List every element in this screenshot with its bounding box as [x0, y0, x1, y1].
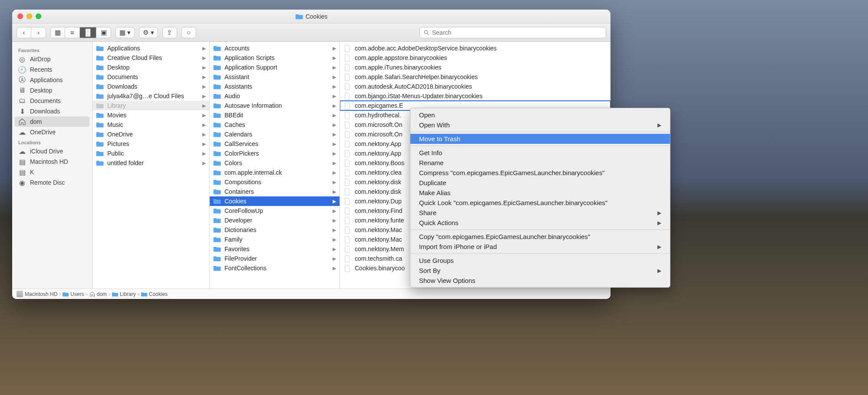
folder-item[interactable]: Movies▶: [92, 110, 209, 120]
menu-item[interactable]: Move to Trash: [410, 134, 670, 144]
folder-item[interactable]: OneDrive▶: [92, 129, 209, 139]
file-item[interactable]: com.apple.Safari.SearchHelper.binarycook…: [340, 72, 611, 82]
folder-item[interactable]: CallServices▶: [210, 139, 340, 149]
path-segment[interactable]: dom: [89, 291, 107, 297]
view-mode-group: ▦ ≡ ▐▌ ▣: [50, 27, 111, 38]
sidebar-item-label: Desktop: [30, 87, 52, 94]
file-item[interactable]: com.autodesk.AutoCAD2018.binarycookies: [340, 82, 611, 91]
folder-item[interactable]: Colors▶: [210, 158, 340, 168]
folder-item[interactable]: ColorPickers▶: [210, 149, 340, 158]
forward-button[interactable]: ›: [31, 27, 46, 38]
sidebar-item-dom[interactable]: dom: [15, 116, 89, 127]
folder-item[interactable]: Application Support▶: [210, 63, 340, 72]
menu-item[interactable]: Make Alias: [410, 188, 670, 198]
view-list-button[interactable]: ≡: [65, 27, 80, 38]
window-title: Cookies: [12, 13, 611, 20]
item-label: Dictionaries: [224, 226, 256, 233]
folder-item[interactable]: Assistants▶: [210, 82, 340, 91]
path-segment[interactable]: Cookies: [141, 291, 168, 297]
window-minimize-button[interactable]: [26, 13, 32, 19]
folder-item[interactable]: Developer▶: [210, 216, 340, 225]
folder-item[interactable]: Autosave Information▶: [210, 101, 340, 110]
sidebar-section-header: Locations: [12, 137, 92, 146]
item-label: com.nektony.Boos: [355, 159, 404, 166]
menu-item[interactable]: Show View Options: [410, 276, 670, 285]
view-gallery-button[interactable]: ▣: [96, 27, 111, 38]
folder-item[interactable]: FileProvider▶: [210, 254, 340, 263]
search-field[interactable]: [419, 27, 606, 38]
folder-item[interactable]: Desktop▶: [92, 63, 209, 72]
folder-item[interactable]: com.apple.internal.ck▶: [210, 168, 340, 177]
tag-button[interactable]: ○: [182, 27, 196, 38]
file-item[interactable]: com.bjango.iStat-Menus-Updater.binarycoo…: [340, 91, 611, 101]
folder-item[interactable]: Pictures▶: [92, 139, 209, 149]
folder-item[interactable]: Accounts▶: [210, 43, 340, 53]
folder-item[interactable]: Audio▶: [210, 91, 340, 101]
menu-item[interactable]: Sort By▶: [410, 266, 670, 276]
folder-item[interactable]: Calendars▶: [210, 129, 340, 139]
folder-item[interactable]: Assistant▶: [210, 72, 340, 82]
menu-item[interactable]: Rename: [410, 158, 670, 168]
folder-item[interactable]: FontCollections▶: [210, 263, 340, 273]
window-close-button[interactable]: [17, 13, 23, 19]
sidebar-item-airdrop[interactable]: ◎AirDrop: [12, 54, 92, 64]
folder-item[interactable]: Creative Cloud Files▶: [92, 53, 209, 63]
search-input[interactable]: [432, 29, 602, 36]
folder-item[interactable]: Library▶: [92, 101, 209, 110]
path-segment[interactable]: Library: [112, 291, 136, 297]
folder-item[interactable]: Music▶: [92, 120, 209, 129]
file-item[interactable]: com.apple.appstore.binarycookies: [340, 53, 611, 63]
column-library[interactable]: Accounts▶Application Scripts▶Application…: [210, 42, 340, 289]
back-button[interactable]: ‹: [17, 27, 31, 38]
folder-item[interactable]: Caches▶: [210, 120, 340, 129]
folder-item[interactable]: Downloads▶: [92, 82, 209, 91]
menu-item[interactable]: Import from iPhone or iPad▶: [410, 242, 670, 252]
menu-item[interactable]: Share▶: [410, 208, 670, 218]
file-item[interactable]: com.adobe.acc.AdobeDesktopService.binary…: [340, 43, 611, 53]
folder-item[interactable]: Favorites▶: [210, 244, 340, 254]
sidebar-item-applications[interactable]: ⒶApplications: [12, 75, 92, 85]
folder-item[interactable]: Dictionaries▶: [210, 225, 340, 235]
share-button[interactable]: ⇧: [162, 27, 177, 38]
menu-item[interactable]: Get Info: [410, 148, 670, 158]
sidebar-item-recents[interactable]: 🕘Recents: [12, 64, 92, 75]
folder-item[interactable]: Applications▶: [92, 43, 209, 53]
menu-item[interactable]: Copy "com.epicgames.EpicGamesLauncher.bi…: [410, 232, 670, 242]
window-zoom-button[interactable]: [36, 13, 41, 19]
folder-item[interactable]: Cookies▶: [210, 196, 340, 206]
action-button[interactable]: ⚙ ▾: [139, 27, 158, 38]
menu-item[interactable]: Quick Actions▶: [410, 218, 670, 228]
folder-item[interactable]: Containers▶: [210, 187, 340, 196]
view-column-button[interactable]: ▐▌: [80, 27, 96, 38]
path-segment[interactable]: Macintosh HD: [17, 291, 57, 297]
sidebar-item-onedrive[interactable]: ☁OneDrive: [12, 127, 92, 137]
folder-item[interactable]: Application Scripts▶: [210, 53, 340, 63]
folder-item[interactable]: Family▶: [210, 235, 340, 244]
sidebar-item-icloud-drive[interactable]: ☁iCloud Drive: [12, 146, 92, 156]
file-item[interactable]: com.apple.iTunes.binarycookies: [340, 63, 611, 72]
folder-item[interactable]: untitled folder▶: [92, 158, 209, 168]
sidebar-item-macintosh-hd[interactable]: ▤Macintosh HD: [12, 156, 92, 167]
sidebar-item-desktop[interactable]: 🖥Desktop: [12, 85, 92, 96]
menu-item[interactable]: Duplicate: [410, 178, 670, 188]
menu-item[interactable]: Open: [410, 110, 670, 120]
folder-item[interactable]: Documents▶: [92, 72, 209, 82]
folder-item[interactable]: Public▶: [92, 149, 209, 158]
menu-item[interactable]: Open With▶: [410, 120, 670, 130]
folder-item[interactable]: julya4ka7@g…e Cloud Files▶: [92, 91, 209, 101]
group-by-button[interactable]: ▦ ▾: [116, 27, 135, 38]
folder-item[interactable]: Compositions▶: [210, 177, 340, 187]
folder-item[interactable]: BBEdit▶: [210, 110, 340, 120]
menu-item[interactable]: Compress "com.epicgames.EpicGamesLaunche…: [410, 168, 670, 178]
path-label: Users: [70, 291, 84, 297]
path-segment[interactable]: Users: [63, 291, 84, 297]
sidebar-item-documents[interactable]: 🗂Documents: [12, 96, 92, 106]
folder-item[interactable]: CoreFollowUp▶: [210, 206, 340, 216]
sidebar-item-k[interactable]: ▤K: [12, 167, 92, 177]
sidebar-item-remote-disc[interactable]: ◉Remote Disc: [12, 177, 92, 188]
menu-item[interactable]: Quick Look "com.epicgames.EpicGamesLaunc…: [410, 198, 670, 208]
view-icon-button[interactable]: ▦: [50, 27, 65, 38]
menu-item[interactable]: Use Groups: [410, 256, 670, 266]
sidebar-item-downloads[interactable]: ⬇Downloads: [12, 106, 92, 116]
column-home[interactable]: Applications▶Creative Cloud Files▶Deskto…: [92, 42, 210, 289]
